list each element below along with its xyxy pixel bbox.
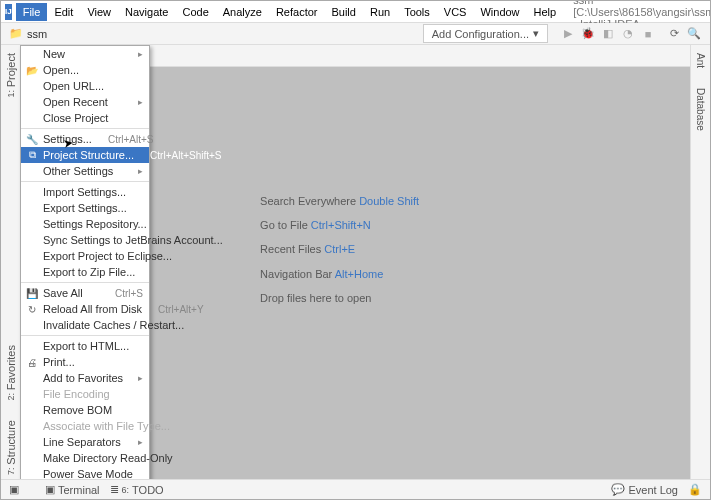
event-log-tab[interactable]: 💬 Event Log <box>611 483 678 496</box>
menubar: File Edit View Navigate Code Analyze Ref… <box>16 3 564 21</box>
run-icon[interactable]: ▶ <box>560 26 576 42</box>
menu-item-icon: 🖨 <box>25 355 39 369</box>
chevron-down-icon: ▾ <box>533 27 539 40</box>
menu-item-label: Open... <box>43 64 79 76</box>
file-menu-item-project-structure[interactable]: ⧉Project Structure...Ctrl+Alt+Shift+S <box>21 147 149 163</box>
lock-icon[interactable]: 🔒 <box>688 483 702 496</box>
file-menu-item-reload-all-from-disk[interactable]: ↻Reload All from DiskCtrl+Alt+Y <box>21 301 149 317</box>
menu-refactor[interactable]: Refactor <box>269 3 325 21</box>
menu-item-label: Line Separators <box>43 436 121 448</box>
menu-item-label: Power Save Mode <box>43 468 133 479</box>
menu-item-label: File Encoding <box>43 388 110 400</box>
file-menu-item-export-to-html[interactable]: Export to HTML... <box>21 338 149 354</box>
menu-item-label: Export to Zip File... <box>43 266 135 278</box>
menu-item-label: Close Project <box>43 112 108 124</box>
file-menu-item-line-separators[interactable]: Line Separators▸ <box>21 434 149 450</box>
menu-item-label: Invalidate Caches / Restart... <box>43 319 184 331</box>
menu-item-label: Open Recent <box>43 96 108 108</box>
navigation-toolbar: 📁 ssm Add Configuration... ▾ ▶ 🐞 ◧ ◔ ■ ⟳… <box>1 23 710 45</box>
file-menu-item-new[interactable]: New▸ <box>21 46 149 62</box>
file-menu-item-export-to-zip-file[interactable]: Export to Zip File... <box>21 264 149 280</box>
intellij-logo-icon: IJ <box>5 4 12 20</box>
file-menu-item-file-encoding: File Encoding <box>21 386 149 402</box>
breadcrumb[interactable]: ssm <box>27 28 47 40</box>
menu-edit[interactable]: Edit <box>47 3 80 21</box>
menu-item-label: Make Directory Read-Only <box>43 452 173 464</box>
todo-tab[interactable]: ≣ 6: TODO <box>110 483 164 496</box>
menu-item-icon: 📂 <box>25 63 39 77</box>
menu-item-label: Associate with File Type... <box>43 420 170 432</box>
file-menu-item-other-settings[interactable]: Other Settings▸ <box>21 163 149 179</box>
coverage-icon[interactable]: ◧ <box>600 26 616 42</box>
menu-item-shortcut: Ctrl+Alt+Shift+S <box>134 150 221 161</box>
menu-item-label: Import Settings... <box>43 186 126 198</box>
menu-item-label: Reload All from Disk <box>43 303 142 315</box>
file-menu-item-save-all[interactable]: 💾Save AllCtrl+S <box>21 285 149 301</box>
file-menu-item-power-save-mode[interactable]: Power Save Mode <box>21 466 149 479</box>
menu-item-icon: 🔧 <box>25 132 39 146</box>
menu-item-shortcut: Ctrl+Alt+Y <box>142 304 204 315</box>
file-menu-item-export-settings[interactable]: Export Settings... <box>21 200 149 216</box>
file-menu-item-open-recent[interactable]: Open Recent▸ <box>21 94 149 110</box>
menu-item-label: Export Project to Eclipse... <box>43 250 172 262</box>
menu-view[interactable]: View <box>80 3 118 21</box>
hint-recent-files: Recent Files Ctrl+E <box>260 238 419 262</box>
titlebar: IJ File Edit View Navigate Code Analyze … <box>1 1 710 23</box>
terminal-tab[interactable]: ▣ Terminal <box>45 483 100 496</box>
stop-icon[interactable]: ■ <box>640 26 656 42</box>
menu-file[interactable]: File <box>16 3 48 21</box>
file-menu-item-add-to-favorites[interactable]: Add to Favorites▸ <box>21 370 149 386</box>
hint-navigation-bar: Navigation Bar Alt+Home <box>260 262 419 286</box>
profiler-icon[interactable]: ◔ <box>620 26 636 42</box>
hint-goto-file: Go to File Ctrl+Shift+N <box>260 214 419 238</box>
menu-item-label: Open URL... <box>43 80 104 92</box>
file-menu-item-open-url[interactable]: Open URL... <box>21 78 149 94</box>
main-area: 1: Project 2: Favorites 7: Structure ⚙ —… <box>1 45 710 479</box>
update-project-icon[interactable]: ⟳ <box>666 26 682 42</box>
statusbar: ▣ ▣ Terminal ≣ 6: TODO 💬 Event Log 🔒 <box>1 479 710 499</box>
menu-navigate[interactable]: Navigate <box>118 3 175 21</box>
right-tool-stripe: Ant Database <box>690 45 710 479</box>
file-menu-item-invalidate-caches-restart[interactable]: Invalidate Caches / Restart... <box>21 317 149 333</box>
hint-drop-files: Drop files here to open <box>260 286 419 310</box>
menu-item-label: Export to HTML... <box>43 340 129 352</box>
search-icon[interactable]: 🔍 <box>686 26 702 42</box>
file-menu-item-close-project[interactable]: Close Project <box>21 110 149 126</box>
menu-code[interactable]: Code <box>175 3 215 21</box>
file-menu-item-remove-bom[interactable]: Remove BOM <box>21 402 149 418</box>
menu-tools[interactable]: Tools <box>397 3 437 21</box>
menu-run[interactable]: Run <box>363 3 397 21</box>
file-menu-item-sync-settings-to-jetbrains-account[interactable]: Sync Settings to JetBrains Account... <box>21 232 149 248</box>
menu-item-label: Settings... <box>43 133 92 145</box>
add-configuration-label: Add Configuration... <box>432 28 529 40</box>
menu-vcs[interactable]: VCS <box>437 3 474 21</box>
tab-project[interactable]: 1: Project <box>3 49 19 102</box>
file-menu-item-export-project-to-eclipse[interactable]: Export Project to Eclipse... <box>21 248 149 264</box>
tab-ant[interactable]: Ant <box>693 49 708 72</box>
menu-item-label: Settings Repository... <box>43 218 147 230</box>
folder-icon: 📁 <box>9 27 23 41</box>
menu-window[interactable]: Window <box>473 3 526 21</box>
tab-structure[interactable]: 7: Structure <box>3 416 19 479</box>
menu-build[interactable]: Build <box>324 3 362 21</box>
file-menu-item-settings[interactable]: 🔧Settings...Ctrl+Alt+S <box>21 131 149 147</box>
file-menu-item-open[interactable]: 📂Open... <box>21 62 149 78</box>
menu-item-label: Project Structure... <box>43 149 134 161</box>
file-menu-item-settings-repository[interactable]: Settings Repository... <box>21 216 149 232</box>
tool-windows-icon[interactable]: ▣ <box>9 483 19 496</box>
menu-item-icon: 💾 <box>25 286 39 300</box>
add-configuration-button[interactable]: Add Configuration... ▾ <box>423 24 548 43</box>
menu-item-label: Save All <box>43 287 83 299</box>
debug-icon[interactable]: 🐞 <box>580 26 596 42</box>
chevron-right-icon: ▸ <box>138 49 143 59</box>
menu-help[interactable]: Help <box>527 3 564 21</box>
menu-item-icon: ↻ <box>25 302 39 316</box>
menu-item-shortcut: Ctrl+Alt+S <box>92 134 154 145</box>
file-menu-item-import-settings[interactable]: Import Settings... <box>21 184 149 200</box>
file-menu-item-make-directory-read-only[interactable]: Make Directory Read-Only <box>21 450 149 466</box>
tab-favorites[interactable]: 2: Favorites <box>3 341 19 405</box>
menu-analyze[interactable]: Analyze <box>216 3 269 21</box>
file-menu-item-print[interactable]: 🖨Print... <box>21 354 149 370</box>
tab-database[interactable]: Database <box>693 84 708 135</box>
menu-item-label: Print... <box>43 356 75 368</box>
